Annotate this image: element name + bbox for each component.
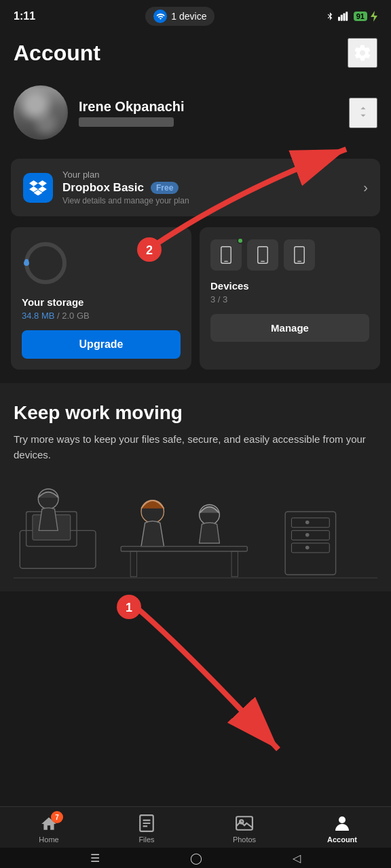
- account-icon: [334, 814, 350, 832]
- svg-rect-20: [121, 547, 247, 551]
- svg-rect-11: [261, 261, 265, 262]
- nav-item-files[interactable]: Files: [98, 814, 196, 844]
- upgrade-button[interactable]: Upgrade: [22, 330, 181, 359]
- page-title: Account: [14, 41, 100, 66]
- photos-label: Photos: [233, 835, 256, 844]
- cards-row: Your storage 34.8 MB / 2.0 GB Upgrade: [0, 227, 391, 383]
- page-header: Account: [0, 30, 391, 79]
- svg-rect-0: [338, 17, 340, 21]
- svg-rect-24: [291, 518, 329, 528]
- signal-icon: [338, 12, 350, 21]
- status-bar: 1:11 1 device 91: [0, 0, 391, 30]
- dropbox-logo: [23, 173, 53, 203]
- svg-rect-25: [291, 530, 329, 540]
- avatar: [14, 85, 68, 140]
- storage-used: 34.8 MB: [22, 311, 54, 321]
- svg-point-27: [305, 520, 310, 524]
- manage-devices-button[interactable]: Manage: [210, 314, 369, 342]
- phone-icon-2: [255, 246, 270, 264]
- chevron-updown-icon: [356, 104, 371, 119]
- svg-point-40: [339, 816, 346, 823]
- nav-item-account[interactable]: Account: [293, 814, 391, 844]
- sys-home-button[interactable]: ◯: [190, 852, 202, 865]
- plan-info: Your plan Dropbox Basic Free View detail…: [62, 170, 354, 205]
- plan-name: Dropbox Basic: [62, 181, 144, 195]
- photos-icon: [236, 816, 253, 831]
- plan-free-badge: Free: [151, 182, 179, 194]
- files-icon: [139, 814, 154, 832]
- account-label: Account: [327, 835, 357, 844]
- files-icon-wrap: [136, 814, 157, 833]
- wifi-icon: [153, 9, 167, 23]
- files-label: Files: [138, 835, 154, 844]
- sys-back-button[interactable]: ◁: [293, 852, 301, 865]
- status-right-icons: 91: [325, 10, 377, 22]
- storage-circle-chart: [22, 239, 69, 287]
- user-email: [79, 117, 174, 127]
- svg-point-5: [26, 244, 64, 282]
- devices-card: Devices 3 / 3 Manage: [200, 227, 380, 370]
- bluetooth-icon: [325, 10, 335, 22]
- svg-rect-26: [291, 543, 329, 553]
- storage-card: Your storage 34.8 MB / 2.0 GB Upgrade: [11, 227, 191, 370]
- device-icon-1: [210, 239, 242, 271]
- svg-rect-9: [224, 261, 228, 262]
- svg-rect-21: [130, 551, 136, 576]
- photos-icon-wrap: [234, 814, 255, 833]
- nav-item-home[interactable]: 7 Home: [0, 814, 98, 844]
- gear-icon: [353, 43, 372, 62]
- home-badge: 7: [51, 811, 63, 823]
- svg-rect-10: [258, 247, 267, 264]
- storage-total: / 2.0 GB: [57, 311, 90, 321]
- plan-description: View details and manage your plan: [62, 196, 354, 205]
- charging-icon: [371, 11, 377, 22]
- svg-rect-2: [343, 14, 345, 21]
- bottom-nav: 7 Home Files Photos: [0, 806, 391, 848]
- svg-rect-3: [346, 12, 348, 21]
- promo-illustration: [14, 476, 377, 591]
- svg-point-28: [305, 533, 310, 537]
- home-label: Home: [39, 835, 58, 844]
- user-name: Irene Okpanachi: [79, 99, 338, 115]
- nav-item-photos[interactable]: Photos: [196, 814, 293, 844]
- user-info: Irene Okpanachi: [79, 99, 338, 127]
- storage-label: Your storage: [22, 296, 181, 308]
- svg-rect-8: [221, 247, 231, 264]
- svg-rect-1: [341, 15, 343, 21]
- device-icon-2: [247, 239, 278, 271]
- svg-rect-13: [297, 261, 301, 262]
- promo-section: Keep work moving Try more ways to keep y…: [0, 383, 391, 591]
- svg-point-7: [24, 260, 29, 266]
- battery-level: 91: [354, 12, 367, 21]
- sys-menu-button[interactable]: ☰: [90, 852, 100, 865]
- svg-point-29: [305, 546, 310, 550]
- devices-count: 3 / 3: [210, 294, 369, 304]
- home-icon-wrap: 7: [39, 814, 59, 833]
- phone-icon-3: [292, 246, 307, 264]
- plan-name-row: Dropbox Basic Free: [62, 181, 354, 195]
- plan-label: Your plan: [62, 170, 354, 180]
- status-device-pill: 1 device: [145, 7, 215, 26]
- svg-rect-22: [231, 551, 238, 576]
- phone-icon: [219, 246, 234, 264]
- device-online-indicator: [237, 237, 244, 244]
- status-time: 1:11: [14, 10, 35, 22]
- user-profile: Irene Okpanachi: [0, 79, 391, 153]
- svg-rect-12: [295, 247, 304, 264]
- storage-values: 34.8 MB / 2.0 GB: [22, 311, 181, 321]
- device-icon-3: [284, 239, 315, 271]
- promo-description: Try more ways to keep your files safe, s…: [14, 432, 377, 462]
- plan-card[interactable]: Your plan Dropbox Basic Free View detail…: [11, 159, 380, 216]
- svg-marker-4: [371, 11, 377, 22]
- promo-title: Keep work moving: [14, 402, 377, 424]
- plan-chevron-icon: ›: [363, 180, 368, 195]
- settings-button[interactable]: [348, 38, 377, 68]
- device-count-label: 1 device: [171, 11, 206, 22]
- devices-icons-row: [210, 239, 369, 271]
- account-icon-wrap: [332, 814, 352, 833]
- devices-label: Devices: [210, 280, 369, 292]
- account-expand-button[interactable]: [349, 98, 377, 128]
- system-nav-bar: ☰ ◯ ◁: [0, 848, 391, 868]
